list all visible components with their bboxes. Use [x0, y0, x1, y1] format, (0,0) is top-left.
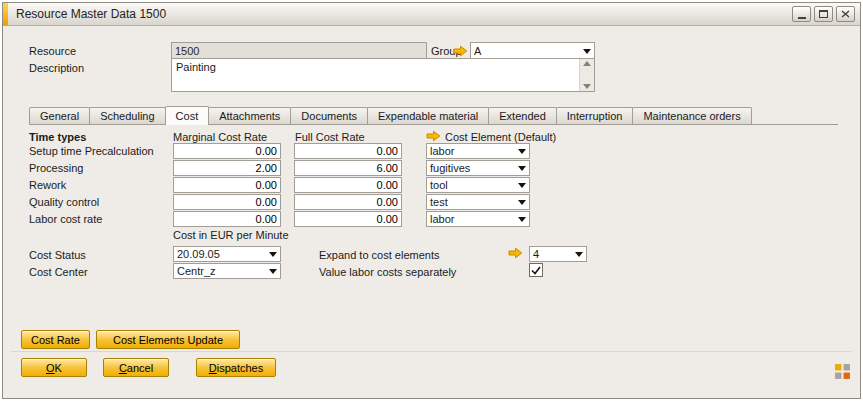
window-title: Resource Master Data 1500	[8, 7, 166, 21]
description-label: Description	[29, 62, 84, 74]
quality-cost-element-dropdown[interactable]: test	[426, 194, 530, 210]
labor-cost-element-value: labor	[427, 213, 515, 225]
quality-marginal-input[interactable]	[173, 194, 281, 210]
cost-rate-button-label: Cost Rate	[31, 334, 80, 346]
title-bar: Resource Master Data 1500	[3, 3, 860, 26]
scroll-up-icon[interactable]	[583, 61, 591, 66]
setup-marginal-input[interactable]	[173, 143, 281, 159]
dropdown-arrow-icon	[575, 252, 583, 257]
dropdown-arrow-icon	[518, 166, 526, 171]
close-icon	[841, 10, 850, 18]
cost-status-value: 20.09.05	[174, 248, 266, 260]
cancel-button-label: Cancel	[119, 362, 153, 374]
processing-cost-element-dropdown[interactable]: fugitives	[426, 160, 530, 176]
setup-full-input[interactable]	[294, 143, 402, 159]
dropdown-arrow-icon	[518, 183, 526, 188]
cost-center-label: Cost Center	[29, 266, 88, 278]
cost-center-dropdown[interactable]: Centr_z	[173, 263, 281, 279]
rework-marginal-input[interactable]	[173, 177, 281, 193]
expand-to-cost-elements-value: 4	[530, 248, 572, 260]
processing-cost-element-value: fugitives	[427, 162, 515, 174]
description-scrollbar[interactable]	[579, 59, 594, 91]
check-icon	[531, 266, 541, 275]
form-settings-icon[interactable]	[834, 363, 851, 380]
tab-extended[interactable]: Extended	[488, 107, 556, 124]
processing-full-input[interactable]	[294, 160, 402, 176]
tab-cost[interactable]: Cost	[165, 106, 210, 125]
rework-cost-element-dropdown[interactable]: tool	[426, 177, 530, 193]
full-cost-rate-header: Full Cost Rate	[295, 131, 365, 143]
link-arrow-icon[interactable]	[453, 45, 468, 57]
window-controls	[792, 6, 860, 22]
description-value: Painting	[172, 59, 594, 75]
tab-attachments[interactable]: Attachments	[208, 107, 291, 124]
link-arrow-icon[interactable]	[426, 130, 441, 142]
quality-full-input[interactable]	[294, 194, 402, 210]
resource-master-data-window: Resource Master Data 1500 Resource Group…	[2, 2, 861, 399]
close-button[interactable]	[836, 6, 855, 22]
ok-button[interactable]: OK	[21, 358, 87, 377]
cost-status-dropdown[interactable]: 20.09.05	[173, 246, 281, 262]
dropdown-arrow-icon	[269, 269, 277, 274]
resource-label: Resource	[29, 45, 76, 57]
description-field[interactable]: Painting	[171, 58, 595, 92]
labor-marginal-input[interactable]	[173, 211, 281, 227]
dropdown-arrow-icon	[583, 49, 591, 54]
marginal-cost-rate-header: Marginal Cost Rate	[173, 131, 267, 143]
row-label-setup-time: Setup time Precalculation	[29, 145, 154, 157]
dropdown-arrow-icon	[518, 149, 526, 154]
processing-marginal-input[interactable]	[173, 160, 281, 176]
cost-element-header: Cost Element (Default)	[445, 131, 556, 143]
dispatches-button[interactable]: Dispatches	[196, 358, 276, 377]
setup-cost-element-value: labor	[427, 145, 515, 157]
tab-strip: General Scheduling Cost Attachments Docu…	[29, 106, 752, 125]
cost-elements-update-button[interactable]: Cost Elements Update	[96, 330, 240, 349]
labor-cost-element-dropdown[interactable]: labor	[426, 211, 530, 227]
dropdown-arrow-icon	[269, 252, 277, 257]
maximize-button[interactable]	[814, 6, 833, 22]
tab-scheduling[interactable]: Scheduling	[89, 107, 165, 124]
row-label-processing: Processing	[29, 162, 83, 174]
minimize-icon	[798, 17, 806, 19]
tab-interruption[interactable]: Interruption	[556, 107, 634, 124]
value-labor-checkbox[interactable]	[529, 263, 543, 277]
cost-rate-button[interactable]: Cost Rate	[21, 330, 90, 349]
quality-cost-element-value: test	[427, 196, 515, 208]
time-types-header: Time types	[29, 131, 86, 143]
cost-status-label: Cost Status	[29, 249, 86, 261]
expand-to-cost-elements-label: Expand to cost elements	[319, 249, 439, 261]
footer-divider	[11, 351, 852, 352]
row-label-rework: Rework	[29, 179, 66, 191]
link-arrow-icon[interactable]	[508, 247, 523, 259]
cancel-button[interactable]: Cancel	[103, 358, 169, 377]
unit-note: Cost in EUR per Minute	[173, 229, 289, 241]
rework-full-input[interactable]	[294, 177, 402, 193]
cost-center-value: Centr_z	[174, 265, 266, 277]
scroll-down-icon[interactable]	[583, 84, 591, 89]
row-label-quality-control: Quality control	[29, 196, 99, 208]
row-label-labor-cost-rate: Labor cost rate	[29, 213, 102, 225]
ok-button-label: OK	[46, 362, 62, 374]
dispatches-button-label: Dispatches	[209, 362, 263, 374]
expand-to-cost-elements-dropdown[interactable]: 4	[529, 246, 587, 262]
dropdown-arrow-icon	[518, 217, 526, 222]
value-labor-costs-label: Value labor costs separately	[319, 266, 456, 278]
labor-full-input[interactable]	[294, 211, 402, 227]
tab-maintenance-orders[interactable]: Maintenance orders	[632, 107, 751, 124]
cost-elements-update-button-label: Cost Elements Update	[113, 334, 223, 346]
minimize-button[interactable]	[792, 6, 811, 22]
tab-documents[interactable]: Documents	[290, 107, 368, 124]
group-value: A	[471, 45, 580, 57]
dropdown-arrow-icon	[518, 200, 526, 205]
tab-expendable-material[interactable]: Expendable material	[367, 107, 489, 124]
maximize-icon	[819, 10, 828, 18]
setup-cost-element-dropdown[interactable]: labor	[426, 143, 530, 159]
rework-cost-element-value: tool	[427, 179, 515, 191]
tab-general[interactable]: General	[29, 107, 90, 124]
